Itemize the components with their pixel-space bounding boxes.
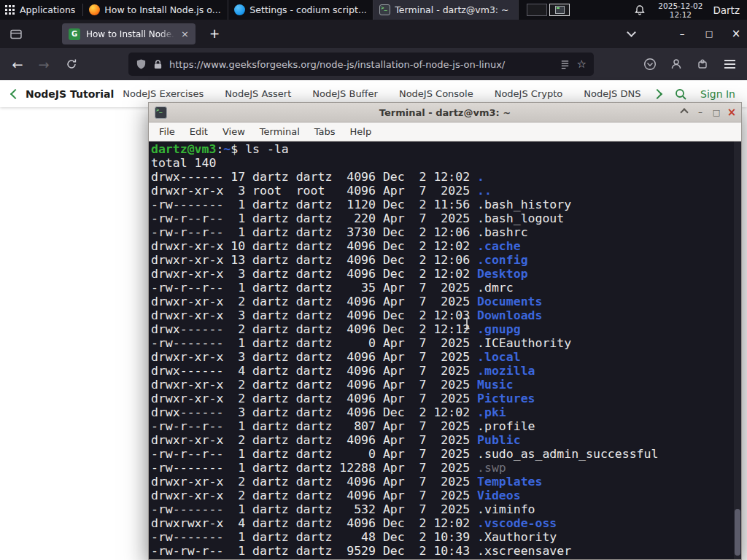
chevron-left-icon[interactable] bbox=[10, 88, 20, 98]
ibeam-cursor bbox=[463, 317, 471, 330]
reload-button[interactable] bbox=[60, 52, 83, 76]
window-maximize-button[interactable]: □ bbox=[699, 26, 719, 43]
terminal-minimize-button[interactable]: – bbox=[693, 106, 708, 119]
clock[interactable]: 2025-12-02 12:12 bbox=[658, 1, 703, 19]
top-panel: Applications How to Install Node.js o...… bbox=[0, 0, 747, 20]
taskbar-button-terminal[interactable]: Terminal - dartz@vm3: ~ bbox=[374, 0, 519, 20]
clock-date: 2025-12-02 bbox=[658, 1, 703, 10]
site-nav-link[interactable]: NodeJS Exercises bbox=[123, 88, 204, 99]
taskbar-button-title: Terminal - dartz@vm3: ~ bbox=[395, 4, 508, 15]
terminal-shade-button[interactable] bbox=[677, 106, 692, 119]
terminal-line: drwxr-xr-x 3 dartz dartz 4096 Dec 2 12:0… bbox=[151, 308, 741, 322]
user-menu[interactable]: Dartz bbox=[708, 4, 744, 16]
terminal-line: drwxr-xr-x 3 root root 4096 Apr 7 2025 .… bbox=[151, 184, 741, 198]
terminal-maximize-button[interactable]: □ bbox=[709, 106, 724, 119]
notifications-bell[interactable] bbox=[634, 4, 646, 16]
site-nav-link[interactable]: NodeJS Console bbox=[399, 88, 473, 99]
desktop: Applications How to Install Node.js o...… bbox=[0, 0, 747, 560]
terminal-window: Terminal - dartz@vm3: ~ – □ × FileEditVi… bbox=[148, 102, 742, 560]
extensions-puzzle-icon bbox=[696, 58, 709, 71]
terminal-scrollbar-thumb[interactable] bbox=[735, 509, 740, 556]
search-icon[interactable] bbox=[674, 88, 687, 101]
lock-icon[interactable] bbox=[153, 59, 163, 70]
terminal-line: drwxr-xr-x 3 dartz dartz 4096 Dec 2 12:0… bbox=[151, 267, 741, 281]
taskbar-button-title: Settings - codium script... bbox=[249, 4, 366, 15]
reload-icon bbox=[66, 58, 77, 70]
site-nav-primary-link[interactable]: NodeJS Tutorial bbox=[26, 88, 114, 100]
url-bar[interactable]: https://www.geeksforgeeks.org/node-js/in… bbox=[128, 52, 594, 76]
terminal-menu-view[interactable]: View bbox=[215, 126, 252, 137]
terminal-menu-tabs[interactable]: Tabs bbox=[307, 126, 343, 137]
terminal-menu-terminal[interactable]: Terminal bbox=[252, 126, 307, 137]
workspace-2-active[interactable] bbox=[549, 4, 570, 16]
site-nav-link[interactable]: NodeJS Crypto bbox=[495, 88, 563, 99]
back-button[interactable]: ← bbox=[6, 52, 29, 76]
terminal-line: -rw-r--r-- 1 dartz dartz 3730 Dec 2 12:0… bbox=[151, 225, 741, 239]
terminal-line: dartz@vm3:~$ ls -la bbox=[151, 142, 741, 156]
firefox-view-button[interactable] bbox=[8, 26, 24, 42]
terminal-line: -rw------- 1 dartz dartz 0 Apr 7 2025 .I… bbox=[151, 336, 741, 350]
extensions-button[interactable] bbox=[694, 55, 711, 73]
terminal-close-button[interactable]: × bbox=[724, 106, 739, 119]
tab-favicon: G bbox=[69, 28, 80, 40]
reader-mode-icon[interactable] bbox=[560, 59, 570, 70]
applications-label: Applications bbox=[20, 4, 75, 15]
terminal-line: -rw-r--r-- 1 dartz dartz 0 Apr 7 2025 .s… bbox=[151, 447, 741, 461]
new-tab-button[interactable]: + bbox=[206, 26, 223, 43]
bookmark-star-icon[interactable]: ☆ bbox=[577, 58, 587, 71]
firefox-icon bbox=[89, 4, 100, 15]
terminal-line: drwxr-xr-x 13 dartz dartz 4096 Dec 2 12:… bbox=[151, 253, 741, 267]
terminal-line: -rw------- 1 dartz dartz 1120 Dec 2 11:5… bbox=[151, 198, 741, 211]
forward-button[interactable]: → bbox=[32, 52, 55, 76]
terminal-menubar: FileEditViewTerminalTabsHelp bbox=[149, 122, 741, 141]
site-nav-links: NodeJS ExercisesNodeJS AssertNodeJS Buff… bbox=[123, 88, 649, 99]
terminal-line: total 140 bbox=[151, 156, 741, 170]
terminal-output[interactable]: dartz@vm3:~$ ls -latotal 140drwx------ 1… bbox=[149, 141, 741, 559]
terminal-menu-edit[interactable]: Edit bbox=[182, 126, 215, 137]
terminal-menu-help[interactable]: Help bbox=[343, 126, 379, 137]
chevron-up-icon bbox=[680, 108, 688, 116]
terminal-line: drwx------ 17 dartz dartz 4096 Dec 2 12:… bbox=[151, 170, 741, 184]
tab-title: How to Install Node.js on bbox=[86, 29, 175, 39]
window-minimize-button[interactable]: – bbox=[672, 26, 692, 43]
chevron-right-icon[interactable] bbox=[652, 88, 662, 98]
tracking-protection-shield-icon[interactable] bbox=[136, 58, 147, 70]
terminal-menu-file[interactable]: File bbox=[152, 126, 182, 137]
terminal-line: drwxr-xr-x 2 dartz dartz 4096 Apr 7 2025… bbox=[151, 433, 741, 447]
terminal-line: drwxr-xr-x 3 dartz dartz 4096 Apr 7 2025… bbox=[151, 350, 741, 364]
applications-menu-button[interactable]: Applications bbox=[0, 0, 82, 20]
clock-time: 12:12 bbox=[658, 10, 703, 19]
pocket-button[interactable] bbox=[641, 55, 659, 73]
terminal-line: drwxrwxr-x 4 dartz dartz 4096 Dec 2 12:0… bbox=[151, 516, 741, 530]
terminal-line: -rw-r--r-- 1 dartz dartz 35 Apr 7 2025 .… bbox=[151, 281, 741, 295]
account-icon bbox=[670, 58, 683, 71]
tab-how-to-install-nodejs[interactable]: G How to Install Node.js on × bbox=[62, 23, 196, 44]
terminal-line: drwx------ 2 dartz dartz 4096 Dec 2 12:1… bbox=[151, 322, 741, 336]
account-button[interactable] bbox=[667, 55, 685, 73]
terminal-scrollbar[interactable] bbox=[734, 141, 741, 559]
tab-bar: G How to Install Node.js on × + – □ × bbox=[0, 20, 747, 48]
terminal-line: drwxr-xr-x 2 dartz dartz 4096 Apr 7 2025… bbox=[151, 475, 741, 489]
taskbar-button-codium[interactable]: Settings - codium script... bbox=[228, 0, 374, 20]
site-nav-right: Sign In bbox=[649, 88, 735, 101]
site-nav-link[interactable]: NodeJS DNS bbox=[584, 88, 640, 99]
window-close-button[interactable]: × bbox=[726, 26, 746, 43]
sign-in-button[interactable]: Sign In bbox=[700, 88, 735, 100]
terminal-line: -rw-r--r-- 1 dartz dartz 807 Apr 7 2025 … bbox=[151, 419, 741, 433]
applications-grid-icon bbox=[5, 5, 15, 15]
workspace-switcher[interactable] bbox=[527, 4, 570, 16]
list-all-tabs-button[interactable] bbox=[624, 29, 638, 39]
workspace-1[interactable] bbox=[527, 4, 547, 16]
tab-close-icon[interactable]: × bbox=[181, 28, 189, 39]
taskbar-button-firefox[interactable]: How to Install Node.js o... bbox=[83, 0, 228, 20]
terminal-icon bbox=[379, 4, 390, 15]
terminal-line: drwxr-xr-x 2 dartz dartz 4096 Apr 7 2025… bbox=[151, 392, 741, 405]
terminal-window-title: Terminal - dartz@vm3: ~ bbox=[379, 107, 511, 118]
terminal-output-lines: dartz@vm3:~$ ls -latotal 140drwx------ 1… bbox=[151, 142, 741, 558]
site-nav-link[interactable]: NodeJS Buffer bbox=[312, 88, 378, 99]
app-menu-button[interactable] bbox=[721, 55, 738, 73]
terminal-line: drwxr-xr-x 2 dartz dartz 4096 Apr 7 2025… bbox=[151, 489, 741, 502]
terminal-line: drwxr-xr-x 10 dartz dartz 4096 Dec 2 12:… bbox=[151, 239, 741, 253]
terminal-titlebar[interactable]: Terminal - dartz@vm3: ~ – □ × bbox=[149, 103, 741, 122]
site-nav-link[interactable]: NodeJS Assert bbox=[225, 88, 291, 99]
